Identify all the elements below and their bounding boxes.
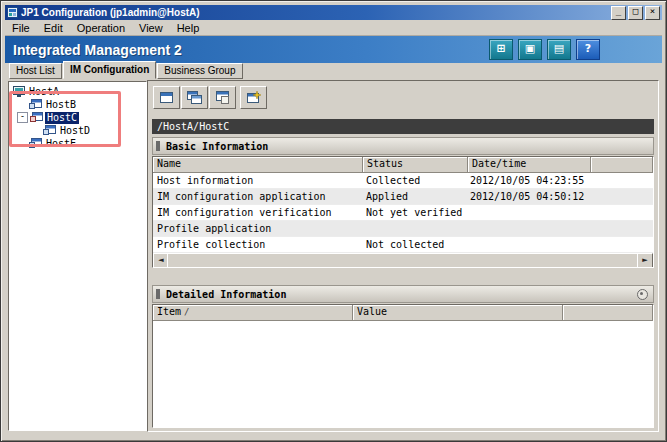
basic-information-table: Name Status Date/time Host information C…	[152, 156, 654, 268]
menu-item-help[interactable]: Help	[170, 22, 207, 35]
scrollbar-thumb[interactable]	[167, 253, 639, 268]
window-frame: JP1 Configuration (jp1admin@HostA) _ □ ×…	[0, 0, 667, 442]
menu-item-view[interactable]: View	[132, 22, 170, 35]
minimize-button[interactable]: _	[611, 6, 626, 20]
tree-item-hostb[interactable]: HostB	[9, 98, 146, 111]
content-area: HostA HostB -	[5, 79, 662, 437]
cell-name: IM configuration verification	[153, 205, 362, 220]
column-header-name[interactable]: Name	[153, 157, 363, 173]
tree-item-hostc[interactable]: - HostC	[9, 111, 146, 124]
detailed-information-header: Detailed Information	[152, 285, 654, 303]
maximize-button[interactable]: □	[628, 6, 643, 20]
root-host-icon	[13, 86, 25, 97]
column-header-datetime[interactable]: Date/time	[468, 157, 591, 173]
window-copy-icon[interactable]	[181, 86, 208, 109]
banner-buttons: ⊞ ▣ ▤ ?	[489, 39, 662, 60]
tree-item-label-selected: HostC	[45, 112, 79, 124]
tree-item-label: HostB	[44, 99, 78, 111]
host-tree-panel: HostA HostB -	[8, 81, 147, 431]
host-icon	[29, 99, 42, 110]
tree-item-hosta[interactable]: HostA	[9, 85, 146, 98]
column-header-item-label: Item	[157, 306, 181, 317]
column-header-item[interactable]: Item/	[153, 305, 353, 321]
menu-item-operation[interactable]: Operation	[70, 22, 132, 35]
section-accent-bar	[156, 289, 160, 299]
grid-icon[interactable]: ⊞	[489, 39, 513, 60]
titlebar[interactable]: JP1 Configuration (jp1admin@HostA) _ □ ×	[5, 5, 662, 20]
tab-bar: Host List IM Configuration Business Grou…	[5, 63, 662, 79]
menu-item-edit[interactable]: Edit	[37, 22, 70, 35]
tree-item-hostd[interactable]: HostD	[9, 124, 146, 137]
collapse-toggle-icon[interactable]	[637, 289, 648, 300]
window-title: JP1 Configuration (jp1admin@HostA)	[21, 7, 611, 18]
cell-datetime: 2012/10/05 04:50:12	[466, 189, 588, 204]
basic-table-header: Name Status Date/time	[153, 157, 653, 173]
cell-status: Not yet verified	[362, 205, 466, 220]
product-title: Integrated Management 2	[13, 42, 489, 58]
sort-indicator-icon: /	[184, 307, 189, 317]
cell-name: Host information	[153, 173, 362, 188]
app-icon	[7, 7, 18, 18]
detailed-information-title: Detailed Information	[166, 289, 286, 300]
window-apply-icon[interactable]	[209, 86, 236, 109]
column-header-filler	[591, 157, 653, 173]
cell-name: IM configuration application	[153, 189, 362, 204]
im-configuration-panel: /HostA/HostC Basic Information Name Stat…	[147, 80, 659, 432]
scroll-right-icon[interactable]: ►	[637, 253, 653, 268]
tree-item-hoste[interactable]: HostE	[9, 137, 146, 150]
table-row[interactable]: Host information Collected 2012/10/05 04…	[153, 173, 653, 189]
column-header-filler	[563, 305, 653, 321]
tree-item-label: HostD	[58, 125, 92, 137]
host-icon	[29, 138, 42, 149]
tab-host-list[interactable]: Host List	[9, 63, 62, 79]
table-row[interactable]: Profile application	[153, 221, 653, 237]
window-new-icon[interactable]	[240, 86, 267, 109]
tab-business-group[interactable]: Business Group	[157, 63, 242, 79]
detailed-table-header: Item/ Value	[153, 305, 653, 321]
cell-name: Profile application	[153, 221, 362, 236]
cell-datetime	[466, 237, 588, 252]
collapse-expander-icon[interactable]: -	[17, 112, 28, 123]
cell-status	[362, 221, 466, 236]
tree-item-label: HostA	[27, 86, 61, 98]
menu-bar: File Edit Operation View Help	[5, 21, 662, 36]
list-icon[interactable]: ▤	[547, 39, 571, 60]
help-icon[interactable]: ?	[576, 39, 600, 60]
window-icon[interactable]: ▣	[518, 39, 542, 60]
cell-datetime	[466, 205, 588, 220]
config-toolbar	[153, 86, 268, 109]
host-tree: HostA HostB -	[9, 82, 146, 150]
menu-item-file[interactable]: File	[5, 22, 37, 35]
column-header-value[interactable]: Value	[353, 305, 563, 321]
detailed-information-table: Item/ Value	[152, 304, 654, 428]
section-accent-bar	[156, 141, 160, 151]
host-icon	[43, 125, 56, 136]
cell-status: Collected	[362, 173, 466, 188]
table-row[interactable]: IM configuration application Applied 201…	[153, 189, 653, 205]
tab-im-configuration[interactable]: IM Configuration	[63, 61, 156, 79]
column-header-status[interactable]: Status	[363, 157, 468, 173]
banner: Integrated Management 2 ⊞ ▣ ▤ ?	[5, 36, 662, 64]
horizontal-scrollbar[interactable]: ◄ ►	[153, 253, 653, 267]
cell-datetime	[466, 221, 588, 236]
table-row[interactable]: IM configuration verification Not yet ve…	[153, 205, 653, 221]
basic-information-title: Basic Information	[166, 141, 268, 152]
cell-datetime: 2012/10/05 04:23:55	[466, 173, 588, 188]
window-edit-icon[interactable]	[153, 86, 180, 109]
close-button[interactable]: ×	[645, 6, 660, 20]
cell-status: Not collected	[362, 237, 466, 252]
tree-item-label: HostE	[44, 138, 78, 150]
cell-status: Applied	[362, 189, 466, 204]
cell-name: Profile collection	[153, 237, 362, 252]
basic-information-header: Basic Information	[152, 137, 654, 155]
host-icon	[30, 112, 43, 123]
selected-host-path: /HostA/HostC	[152, 119, 654, 134]
table-row[interactable]: Profile collection Not collected	[153, 237, 653, 253]
